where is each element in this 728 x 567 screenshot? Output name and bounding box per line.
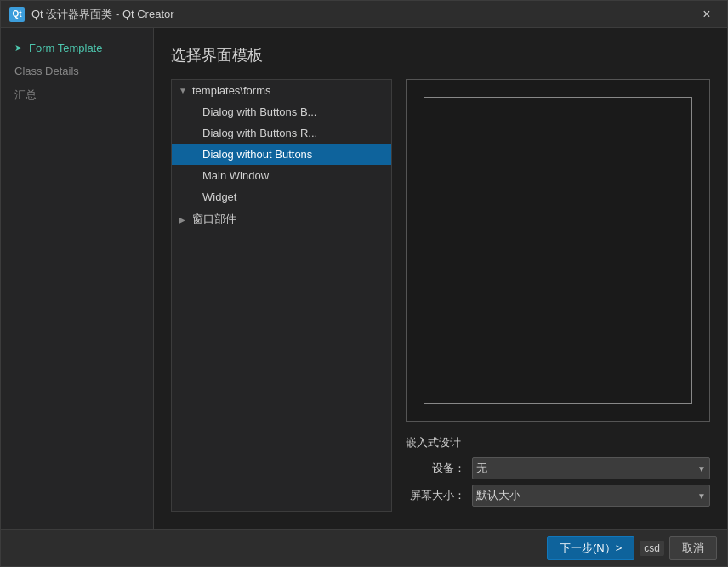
template-preview — [406, 79, 710, 422]
sidebar-item-form-template[interactable]: Form Template — [1, 37, 153, 60]
tree-group-label-window-parts: 窗口部件 — [192, 212, 236, 227]
screen-select[interactable]: 默认大小 ▼ — [472, 485, 710, 507]
cancel-button-label: 取消 — [682, 541, 704, 556]
titlebar: Qt Qt 设计器界面类 - Qt Creator × — [1, 1, 727, 28]
main-content: Form Template Class Details 汇总 选择界面模板 ▼ … — [1, 28, 727, 529]
tree-item-label-dialog-buttons-r: Dialog with Buttons R... — [202, 127, 317, 139]
screen-value: 默认大小 — [476, 488, 520, 503]
expand-arrow-right: ▶ — [179, 215, 189, 224]
tree-item-dialog-buttons-b[interactable]: Dialog with Buttons B... — [172, 101, 391, 122]
device-row: 设备： 无 ▼ — [406, 457, 710, 479]
app-icon: Qt — [9, 7, 25, 22]
tree-item-label-dialog-buttons-b: Dialog with Buttons B... — [202, 105, 316, 118]
sidebar: Form Template Class Details 汇总 — [1, 28, 154, 529]
tree-group-window-parts[interactable]: ▶ 窗口部件 — [172, 207, 391, 231]
main-window: Qt Qt 设计器界面类 - Qt Creator × Form Templat… — [0, 0, 728, 567]
close-button[interactable]: × — [695, 3, 719, 26]
embedded-title: 嵌入式设计 — [406, 435, 710, 451]
preview-panel: 嵌入式设计 设备： 无 ▼ 屏幕大小： 默认大小 — [406, 79, 710, 512]
tree-item-label-dialog-without-buttons: Dialog without Buttons — [202, 148, 312, 161]
expand-arrow-down: ▼ — [179, 86, 189, 95]
tree-item-dialog-without-buttons[interactable]: Dialog without Buttons — [172, 144, 391, 165]
screen-row: 屏幕大小： 默认大小 ▼ — [406, 485, 710, 507]
preview-inner-box — [424, 97, 692, 404]
sidebar-item-summary[interactable]: 汇总 — [1, 82, 153, 108]
tree-group-label-templates: templates\forms — [192, 84, 270, 97]
screen-select-arrow: ▼ — [697, 491, 706, 501]
cancel-prefix-label: csd — [640, 541, 664, 556]
panel-body: ▼ templates\forms Dialog with Buttons B.… — [171, 79, 710, 512]
tree-group-templates-forms[interactable]: ▼ templates\forms — [172, 80, 391, 101]
right-panel: 选择界面模板 ▼ templates\forms Dialog with But… — [154, 28, 727, 529]
next-button-label: 下一步(N）> — [560, 541, 622, 556]
template-tree[interactable]: ▼ templates\forms Dialog with Buttons B.… — [171, 79, 392, 512]
tree-item-label-widget: Widget — [202, 190, 236, 203]
window-title: Qt 设计器界面类 - Qt Creator — [31, 7, 695, 22]
sidebar-label-summary: 汇总 — [14, 88, 37, 103]
device-select-arrow: ▼ — [697, 464, 706, 473]
tree-item-main-window[interactable]: Main Window — [172, 165, 391, 186]
sidebar-item-class-details[interactable]: Class Details — [1, 60, 153, 82]
cancel-button[interactable]: 取消 — [669, 536, 717, 560]
panel-title: 选择界面模板 — [171, 45, 710, 65]
bottom-bar: 下一步(N）> csd 取消 — [1, 529, 727, 566]
sidebar-label-form-template: Form Template — [29, 42, 102, 54]
sidebar-label-class-details: Class Details — [14, 65, 79, 77]
tree-item-widget[interactable]: Widget — [172, 186, 391, 207]
tree-item-dialog-buttons-r[interactable]: Dialog with Buttons R... — [172, 122, 391, 144]
device-label: 设备： — [406, 461, 465, 476]
next-button[interactable]: 下一步(N）> — [547, 536, 634, 560]
embedded-section: 嵌入式设计 设备： 无 ▼ 屏幕大小： 默认大小 — [406, 435, 710, 512]
screen-label: 屏幕大小： — [406, 488, 465, 503]
device-value: 无 — [476, 461, 487, 476]
tree-item-label-main-window: Main Window — [202, 169, 269, 182]
device-select[interactable]: 无 ▼ — [472, 457, 710, 479]
